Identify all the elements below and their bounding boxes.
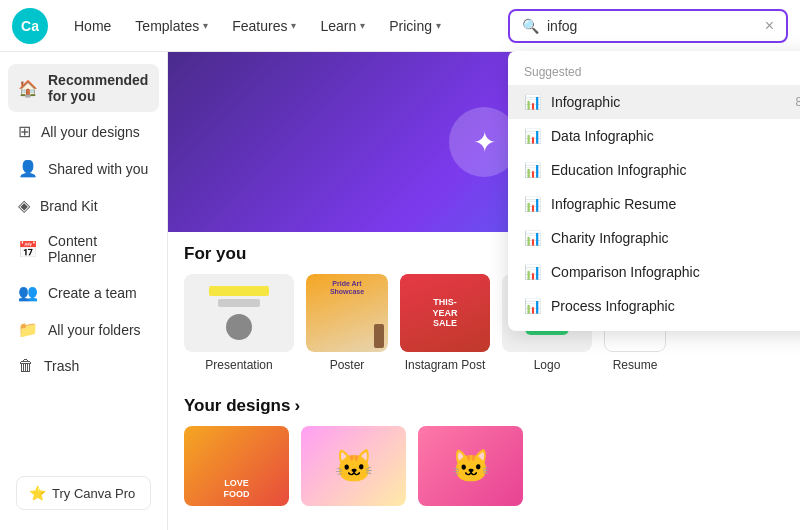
- chart-icon: 📊: [524, 94, 541, 110]
- nav-learn[interactable]: Learn ▾: [310, 12, 375, 40]
- sidebar-item-create-team[interactable]: 👥 Create a team: [8, 275, 159, 310]
- dropdown-item-comparison-infographic[interactable]: 📊 Comparison Infographic: [508, 255, 800, 289]
- sidebar-item-brand-kit[interactable]: ◈ Brand Kit: [8, 188, 159, 223]
- dropdown-section-label: Suggested: [508, 59, 800, 85]
- trash-icon: 🗑: [18, 357, 34, 375]
- poster-thumbnail: Pride ArtShowcase: [306, 274, 388, 352]
- template-card-poster[interactable]: Pride ArtShowcase Poster: [306, 274, 388, 372]
- search-box: 🔍 ×: [508, 9, 788, 43]
- search-icon: 🔍: [522, 18, 539, 34]
- sidebar-item-trash[interactable]: 🗑 Trash: [8, 349, 159, 383]
- shared-icon: 👤: [18, 159, 38, 178]
- team-icon: 👥: [18, 283, 38, 302]
- dropdown-item-label-5: Charity Infographic: [551, 230, 800, 246]
- logo-label: Logo: [502, 358, 592, 372]
- features-chevron-icon: ▾: [291, 20, 296, 31]
- calendar-icon: 📅: [18, 240, 38, 259]
- dropdown-item-infographic[interactable]: 📊 Infographic 800 × 2000 px: [508, 85, 800, 119]
- design-card-cat2[interactable]: 🐱: [418, 426, 523, 506]
- instagram-label: Instagram Post: [400, 358, 490, 372]
- dropdown-item-education-infographic[interactable]: 📊 Education Infographic: [508, 153, 800, 187]
- search-clear-icon[interactable]: ×: [765, 17, 774, 35]
- designs-arrow-icon[interactable]: ›: [294, 396, 300, 416]
- dropdown-item-label-4: Infographic Resume: [551, 196, 800, 212]
- design-card-food[interactable]: LOVEFOOD: [184, 426, 289, 506]
- your-designs-section: Your designs › LOVEFOOD 🐱 🐱: [168, 384, 800, 518]
- template-card-instagram[interactable]: THIS-YEARSALE Instagram Post: [400, 274, 490, 372]
- grid-icon: ⊞: [18, 122, 31, 141]
- template-card-presentation[interactable]: Presentation: [184, 274, 294, 372]
- dropdown-item-process-infographic[interactable]: 📊 Process Infographic: [508, 289, 800, 323]
- home-icon: 🏠: [18, 79, 38, 98]
- dropdown-item-label-2: Data Infographic: [551, 128, 800, 144]
- dropdown-item-charity-infographic[interactable]: 📊 Charity Infographic: [508, 221, 800, 255]
- poster-inner-text: Pride ArtShowcase: [330, 280, 364, 297]
- design-card-cat1[interactable]: 🐱: [301, 426, 406, 506]
- learn-chevron-icon: ▾: [360, 20, 365, 31]
- cat1-icon: 🐱: [334, 447, 374, 485]
- dropdown-item-infographic-resume[interactable]: 📊 Infographic Resume: [508, 187, 800, 221]
- nav-features[interactable]: Features ▾: [222, 12, 306, 40]
- star-sparkle-icon: ✦: [473, 126, 496, 159]
- food-card-text: LOVEFOOD: [224, 478, 250, 500]
- templates-chevron-icon: ▾: [203, 20, 208, 31]
- logo-text: Ca: [21, 18, 39, 34]
- presentation-label: Presentation: [184, 358, 294, 372]
- search-dropdown: Suggested 📊 Infographic 800 × 2000 px 📊 …: [508, 51, 800, 331]
- presentation-thumbnail: [184, 274, 294, 352]
- canva-logo[interactable]: Ca: [12, 8, 48, 44]
- sidebar-item-folders[interactable]: 📁 All your folders: [8, 312, 159, 347]
- dropdown-item-label-6: Comparison Infographic: [551, 264, 800, 280]
- sidebar-item-recommended[interactable]: 🏠 Recommended for you: [8, 64, 159, 112]
- nav-links: Home Templates ▾ Features ▾ Learn ▾ Pric…: [64, 12, 451, 40]
- sidebar-item-shared[interactable]: 👤 Shared with you: [8, 151, 159, 186]
- folder-icon: 📁: [18, 320, 38, 339]
- chart-icon-7: 📊: [524, 298, 541, 314]
- star-icon: ⭐: [29, 485, 46, 501]
- dropdown-item-meta: 800 × 2000 px: [796, 95, 800, 109]
- pricing-chevron-icon: ▾: [436, 20, 441, 31]
- chart-icon-4: 📊: [524, 196, 541, 212]
- dropdown-item-data-infographic[interactable]: 📊 Data Infographic: [508, 119, 800, 153]
- sidebar-item-all-designs[interactable]: ⊞ All your designs: [8, 114, 159, 149]
- nav-home[interactable]: Home: [64, 12, 121, 40]
- search-input[interactable]: [547, 18, 757, 34]
- your-designs-title: Your designs ›: [184, 396, 784, 416]
- cat2-icon: 🐱: [451, 447, 491, 485]
- chart-icon-3: 📊: [524, 162, 541, 178]
- chart-icon-2: 📊: [524, 128, 541, 144]
- poster-label: Poster: [306, 358, 388, 372]
- resume-label: Resume: [604, 358, 666, 372]
- sidebar-item-content-planner[interactable]: 📅 Content Planner: [8, 225, 159, 273]
- dropdown-item-label-3: Education Infographic: [551, 162, 800, 178]
- brand-icon: ◈: [18, 196, 30, 215]
- chart-icon-5: 📊: [524, 230, 541, 246]
- try-canva-pro-button[interactable]: ⭐ Try Canva Pro: [16, 476, 151, 510]
- sidebar: 🏠 Recommended for you ⊞ All your designs…: [0, 52, 168, 530]
- dropdown-item-label-7: Process Infographic: [551, 298, 800, 314]
- top-navigation: Ca Home Templates ▾ Features ▾ Learn ▾ P…: [0, 0, 800, 52]
- instagram-thumbnail: THIS-YEARSALE: [400, 274, 490, 352]
- nav-pricing[interactable]: Pricing ▾: [379, 12, 451, 40]
- search-area: 🔍 × Suggested 📊 Infographic 800 × 2000 p…: [508, 9, 788, 43]
- designs-row: LOVEFOOD 🐱 🐱: [184, 426, 784, 506]
- chart-icon-6: 📊: [524, 264, 541, 280]
- nav-templates[interactable]: Templates ▾: [125, 12, 218, 40]
- dropdown-item-label: Infographic: [551, 94, 786, 110]
